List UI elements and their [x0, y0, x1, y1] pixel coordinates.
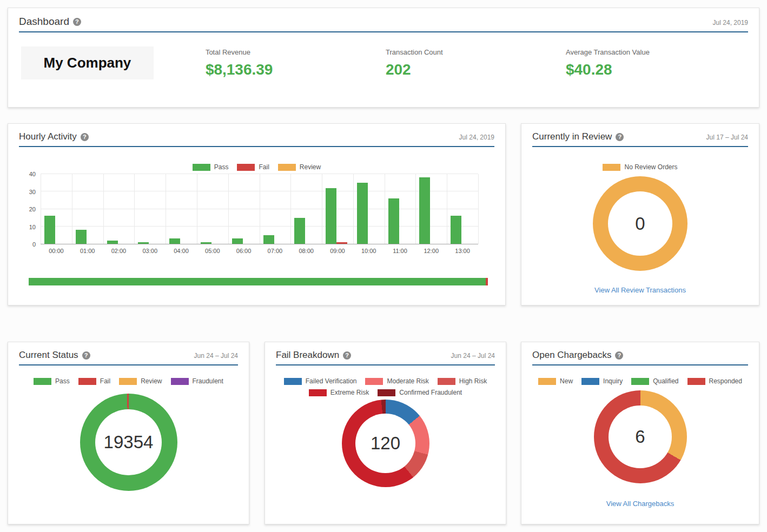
- gridline: [478, 174, 479, 244]
- fail-breakdown-donut-hole: 120: [355, 414, 415, 473]
- currently-in-review-legend: No Review Orders: [598, 163, 682, 171]
- fail-breakdown-legend: Failed VerificationModerate RiskHigh Ris…: [269, 377, 502, 396]
- current-status-title: Current Status ?: [19, 350, 90, 361]
- view-all-review-transactions-link[interactable]: View All Review Transactions: [594, 286, 686, 294]
- open-chargebacks-header: Open Chargebacks ?: [532, 350, 748, 365]
- page-title: Dashboard ?: [19, 16, 81, 28]
- legend-item-moderate-risk: Moderate Risk: [365, 377, 428, 385]
- metric-value: 202: [386, 61, 566, 78]
- bar-pass-07:00: [263, 235, 274, 244]
- x-tick-label: 07:00: [259, 248, 290, 254]
- open-chargebacks-legend: NewInquiryQualifiedResponded: [534, 377, 746, 385]
- legend-item-pass: Pass: [34, 377, 70, 385]
- legend-item-new: New: [538, 377, 573, 385]
- hourly-activity-legend: PassFailReview: [19, 163, 494, 171]
- company-name: My Company: [21, 46, 154, 79]
- summary-body: My Company Total Revenue $8,136.39 Trans…: [8, 46, 759, 79]
- hourly-activity-header: Hourly Activity ? Jul 24, 2019: [19, 131, 494, 147]
- legend-swatch-fail: [237, 164, 255, 171]
- help-icon[interactable]: ?: [73, 18, 81, 26]
- fail-count: 120: [371, 433, 400, 454]
- legend-swatch-new: [538, 378, 556, 385]
- y-tick-label: 40: [29, 171, 36, 177]
- help-icon[interactable]: ?: [615, 351, 623, 360]
- pass-fail-summary-bar: [29, 278, 488, 285]
- legend-swatch-high-risk: [438, 378, 455, 385]
- category-band-10:00: [353, 174, 385, 244]
- currently-in-review-body: No Review Orders 0 View All Review Trans…: [521, 147, 759, 295]
- currently-in-review-header: Currently in Review ? Jul 17 – Jul 24: [532, 131, 748, 147]
- legend-swatch-failed-verification: [284, 378, 302, 385]
- legend-item-review: Review: [278, 163, 321, 171]
- x-axis: 00:0001:0002:0003:0004:0005:0006:0007:00…: [19, 248, 478, 254]
- open-chargebacks-donut-hole: 6: [609, 405, 672, 469]
- hourly-activity-plot: [41, 174, 478, 244]
- chargebacks-link-row: View All Chargebacks: [606, 498, 675, 508]
- open-chargebacks-card: Open Chargebacks ? NewInquiryQualifiedRe…: [521, 342, 759, 524]
- legend-item-fraudulent: Fraudulent: [171, 377, 223, 385]
- summary-card: Dashboard ? Jul 24, 2019 My Company Tota…: [8, 8, 759, 108]
- x-tick-label: 10:00: [353, 248, 385, 254]
- legend-swatch-pass: [34, 378, 51, 385]
- fail-breakdown-body: Failed VerificationModerate RiskHigh Ris…: [265, 365, 506, 487]
- x-tick-label: 03:00: [134, 248, 166, 254]
- x-tick-label: 08:00: [290, 248, 322, 254]
- legend-item-failed-verification: Failed Verification: [284, 377, 357, 385]
- current-status-donut-chart: 19354: [80, 394, 177, 491]
- bar-pass-12:00: [419, 177, 430, 244]
- help-icon[interactable]: ?: [81, 133, 89, 141]
- legend-item-extreme-risk: Extreme Risk: [309, 389, 369, 396]
- currently-in-review-title: Currently in Review ?: [532, 131, 624, 142]
- metric-total-revenue: Total Revenue $8,136.39: [206, 48, 386, 78]
- bar-pass-01:00: [76, 230, 87, 244]
- bar-pass-13:00: [451, 216, 461, 244]
- open-chargebacks-count: 6: [635, 427, 645, 447]
- legend-label: Review: [141, 377, 162, 385]
- review-donut-chart: 0: [593, 176, 687, 271]
- view-all-chargebacks-link[interactable]: View All Chargebacks: [606, 500, 675, 508]
- current-status-header: Current Status ? Jun 24 – Jul 24: [19, 350, 238, 365]
- help-icon[interactable]: ?: [616, 133, 624, 141]
- legend-item-fail: Fail: [78, 377, 110, 385]
- category-band-02:00: [103, 174, 135, 244]
- x-tick-label: 09:00: [322, 248, 353, 254]
- legend-item-fail: Fail: [237, 163, 269, 171]
- bar-pass-00:00: [44, 216, 55, 244]
- bar-pass-03:00: [138, 242, 149, 244]
- current-status-count: 19354: [104, 432, 154, 453]
- open-chargebacks-body: NewInquiryQualifiedResponded 6 View All …: [521, 365, 759, 508]
- review-donut-hole: 0: [608, 191, 672, 256]
- category-band-05:00: [197, 174, 228, 244]
- review-count: 0: [635, 214, 645, 234]
- currently-in-review-title-text: Currently in Review: [532, 131, 612, 142]
- legend-swatch-qualified: [631, 378, 649, 385]
- legend-item-responded: Responded: [687, 377, 742, 385]
- fail-breakdown-card: Fail Breakdown ? Jun 24 – Jul 24 Failed …: [265, 342, 506, 524]
- legend-swatch-fraudulent: [171, 378, 189, 385]
- page-title-text: Dashboard: [19, 16, 69, 28]
- x-tick-label: 12:00: [415, 248, 447, 254]
- legend-swatch-pass: [193, 164, 210, 171]
- currently-in-review-date: Jul 17 – Jul 24: [706, 134, 748, 142]
- help-icon[interactable]: ?: [82, 351, 90, 360]
- current-status-date: Jun 24 – Jul 24: [194, 352, 238, 361]
- fail-breakdown-date: Jun 24 – Jul 24: [451, 352, 495, 361]
- legend-label: Extreme Risk: [330, 389, 369, 396]
- bar-pass-02:00: [107, 241, 118, 244]
- legend-swatch-review: [119, 378, 137, 385]
- legend-item-no-review-orders: No Review Orders: [603, 163, 677, 171]
- current-status-title-text: Current Status: [19, 350, 78, 361]
- open-chargebacks-title-text: Open Chargebacks: [532, 350, 611, 361]
- help-icon[interactable]: ?: [343, 351, 351, 360]
- legend-swatch-no-review-orders: [603, 164, 620, 171]
- category-band-13:00: [447, 174, 478, 244]
- legend-label: Qualified: [653, 377, 678, 385]
- metric-value: $8,136.39: [206, 61, 386, 78]
- legend-item-review: Review: [119, 377, 162, 385]
- category-band-06:00: [228, 174, 260, 244]
- legend-label: Review: [300, 163, 321, 171]
- category-band-12:00: [415, 174, 447, 244]
- x-tick-label: 01:00: [72, 248, 103, 254]
- x-tick-label: 05:00: [197, 248, 228, 254]
- legend-label: Confirmed Fraudulent: [399, 389, 462, 396]
